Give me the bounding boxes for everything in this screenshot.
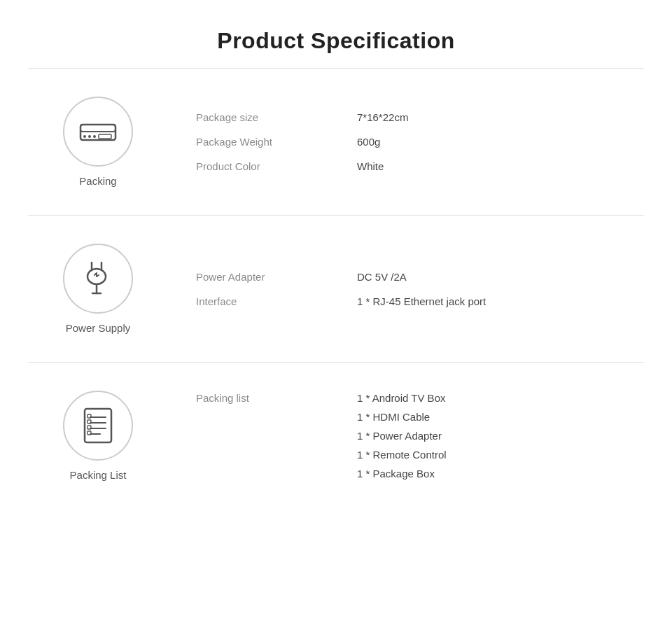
- packing-list-values: 1 * Android TV Box 1 * HDMI Cable 1 * Po…: [357, 392, 447, 479]
- power-supply-section: Power Supply Power Adapter DC 5V /2A Int…: [0, 216, 672, 362]
- packing-list-section: Packing List Packing list 1 * Android TV…: [0, 363, 672, 509]
- svg-rect-19: [88, 431, 91, 435]
- packing-list-label: Packing List: [70, 469, 127, 481]
- svg-rect-18: [88, 426, 91, 429]
- svg-point-2: [83, 135, 86, 138]
- power-supply-label: Power Supply: [66, 322, 131, 334]
- packing-list-icon-circle: [63, 391, 133, 461]
- spec-row: Power Adapter DC 5V /2A: [196, 271, 644, 283]
- spec-row: Package size 7*16*22cm: [196, 111, 644, 123]
- power-supply-icon-container: Power Supply: [42, 244, 154, 334]
- spec-value: 1 * RJ-45 Ethernet jack port: [357, 295, 486, 307]
- spec-value: 600g: [357, 136, 380, 148]
- spec-value: DC 5V /2A: [357, 271, 407, 283]
- spec-row: Product Color White: [196, 160, 644, 172]
- packing-list-icon-container: Packing List: [42, 391, 154, 481]
- spec-row: Packing list 1 * Android TV Box 1 * HDMI…: [196, 392, 644, 479]
- spec-row: Interface 1 * RJ-45 Ethernet jack port: [196, 295, 644, 307]
- power-icon: [83, 260, 113, 298]
- spec-key: Package Weight: [196, 136, 357, 148]
- list-item: 1 * Remote Control: [357, 449, 447, 461]
- spec-key: Power Adapter: [196, 271, 357, 283]
- svg-rect-5: [99, 134, 111, 139]
- power-supply-specs: Power Adapter DC 5V /2A Interface 1 * RJ…: [196, 271, 644, 307]
- page-header: Product Specification: [0, 0, 672, 68]
- spec-key: Product Color: [196, 160, 357, 172]
- list-item: 1 * Android TV Box: [357, 392, 447, 404]
- spec-key: Packing list: [196, 392, 357, 404]
- page-title: Product Specification: [0, 28, 672, 54]
- packing-section: Packing Package size 7*16*22cm Package W…: [0, 69, 672, 215]
- spec-value: White: [357, 160, 384, 172]
- spec-key: Interface: [196, 295, 357, 307]
- list-item: 1 * Package Box: [357, 468, 447, 479]
- box-icon: [79, 119, 117, 144]
- spec-key: Package size: [196, 111, 357, 123]
- svg-rect-17: [88, 420, 91, 424]
- svg-rect-1: [80, 125, 115, 132]
- list-item: 1 * Power Adapter: [357, 430, 447, 442]
- spec-value: 7*16*22cm: [357, 111, 408, 123]
- power-supply-icon-circle: [63, 244, 133, 314]
- packing-list-specs: Packing list 1 * Android TV Box 1 * HDMI…: [196, 392, 644, 479]
- svg-rect-16: [88, 414, 91, 418]
- svg-point-4: [93, 135, 96, 138]
- svg-point-3: [88, 135, 91, 138]
- packing-label: Packing: [79, 175, 116, 187]
- list-icon: [80, 406, 115, 445]
- spec-row: Package Weight 600g: [196, 136, 644, 148]
- list-item: 1 * HDMI Cable: [357, 411, 447, 423]
- packing-icon-container: Packing: [42, 97, 154, 187]
- packing-icon-circle: [63, 97, 133, 167]
- packing-specs: Package size 7*16*22cm Package Weight 60…: [196, 111, 644, 172]
